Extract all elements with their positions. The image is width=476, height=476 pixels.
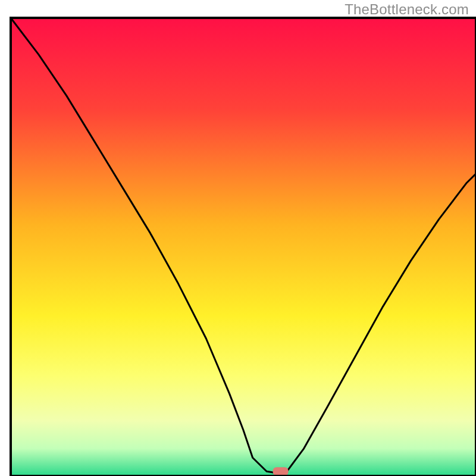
watermark-text: TheBottleneck.com <box>345 1 469 18</box>
gradient-background <box>11 18 476 476</box>
optimum-marker <box>273 467 289 475</box>
bottleneck-chart <box>0 0 476 476</box>
chart-container: TheBottleneck.com <box>0 0 476 476</box>
